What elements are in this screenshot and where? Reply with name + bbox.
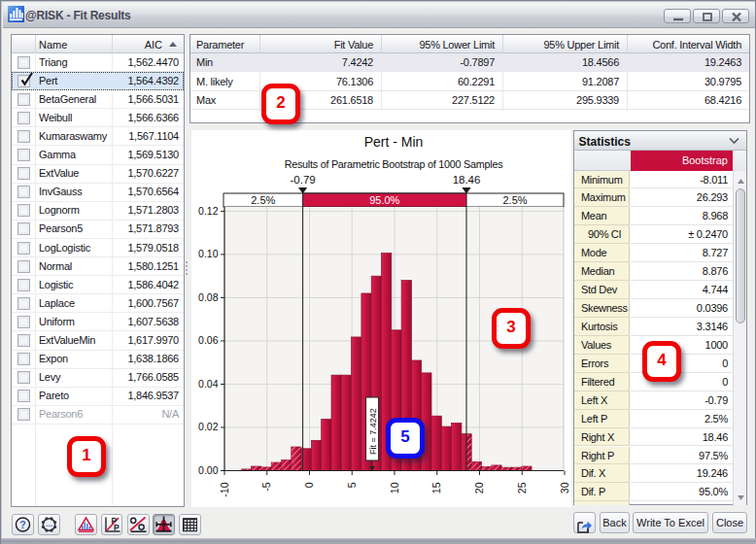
svg-text:10: 10 <box>389 482 400 493</box>
svg-text:0: 0 <box>303 482 315 488</box>
svg-text:20: 20 <box>473 482 485 493</box>
svg-text:0.02: 0.02 <box>198 421 219 432</box>
svg-text:-5: -5 <box>260 482 272 491</box>
svg-text:30: 30 <box>559 482 570 493</box>
svg-text:P: P <box>114 523 120 532</box>
svg-text:-10: -10 <box>219 482 230 496</box>
svg-text:Pert - Min: Pert - Min <box>364 134 424 150</box>
svg-text:5: 5 <box>346 482 358 488</box>
svg-text:15: 15 <box>430 482 442 493</box>
svg-text:?: ? <box>19 519 25 530</box>
svg-text:0.08: 0.08 <box>198 291 219 303</box>
svg-text:2.5%: 2.5% <box>502 194 527 206</box>
svg-text:...: ... <box>46 519 53 528</box>
svg-text:0.06: 0.06 <box>198 334 219 346</box>
svg-text:Results of Parametric Bootstra: Results of Parametric Bootstrap of 1000 … <box>285 158 504 170</box>
svg-text:18.46: 18.46 <box>453 174 481 186</box>
svg-text:Fit = 7.4242: Fit = 7.4242 <box>368 408 378 455</box>
svg-text:0.04: 0.04 <box>198 378 219 390</box>
svg-text:0.12: 0.12 <box>198 205 219 217</box>
svg-text:-0.79: -0.79 <box>290 174 315 186</box>
svg-text:2.5%: 2.5% <box>251 194 275 206</box>
svg-text:95.0%: 95.0% <box>369 194 399 206</box>
svg-text:0.00: 0.00 <box>198 464 219 476</box>
svg-text:25: 25 <box>516 482 528 493</box>
svg-text:0.10: 0.10 <box>198 248 219 259</box>
